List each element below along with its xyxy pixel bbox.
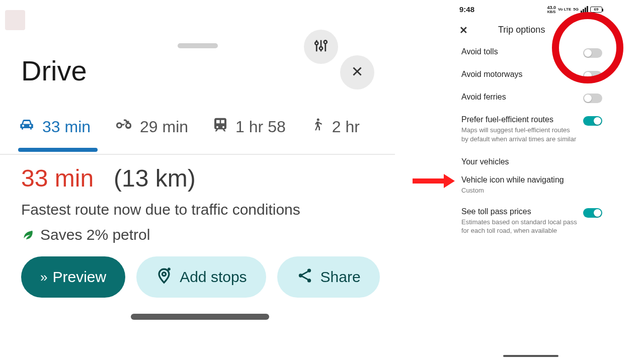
option-label: Avoid ferries: [461, 93, 506, 102]
option-avoid-motorways[interactable]: Avoid motorways: [450, 64, 611, 86]
bottom-handle[interactable]: [131, 314, 269, 320]
chevrons-icon: »: [40, 269, 45, 285]
tab-car[interactable]: 33 min: [18, 116, 91, 138]
option-subtitle: Maps will suggest fuel-efficient routes …: [461, 126, 577, 143]
tab-transit-label: 1 hr 58: [235, 118, 286, 136]
tab-moto-label: 29 min: [140, 118, 188, 136]
toggle-fuel-efficient[interactable]: [583, 116, 602, 126]
tab-walk-label: 2 hr: [332, 118, 360, 136]
share-button[interactable]: Share: [277, 256, 380, 298]
option-label: See toll pass prices: [461, 207, 577, 216]
walk-icon: [310, 117, 325, 136]
close-button[interactable]: ✕: [459, 25, 468, 35]
status-volte: Vo LTE: [558, 8, 571, 12]
trip-options-screen: 9:48 43.0 KB/S Vo LTE 5G 69 ✕ Trip optio…: [450, 0, 611, 362]
home-indicator[interactable]: [503, 355, 558, 357]
car-icon: [18, 116, 35, 137]
svg-point-5: [324, 41, 327, 44]
option-label: Vehicle icon while navigating: [461, 175, 564, 185]
train-icon: [212, 117, 228, 137]
action-row: » Preview Add stops Share: [21, 256, 380, 298]
page-title: Drive: [21, 54, 87, 87]
preview-button[interactable]: » Preview: [21, 256, 125, 298]
option-fuel-efficient[interactable]: Prefer fuel-efficient routes Maps will s…: [450, 109, 611, 149]
toggle-toll-pass[interactable]: [583, 208, 602, 218]
signal-icon: [581, 6, 588, 13]
svg-point-1: [315, 42, 318, 45]
divider: [0, 154, 395, 155]
add-stops-button[interactable]: Add stops: [136, 256, 266, 298]
status-net-unit: KB/S: [547, 10, 556, 14]
status-5g: 5G: [573, 7, 579, 12]
add-stops-label: Add stops: [180, 268, 247, 286]
close-icon: [351, 65, 364, 80]
svg-point-8: [316, 119, 319, 121]
battery-icon: 69: [590, 7, 602, 13]
route-subtitle: Fastest route now due to traffic conditi…: [21, 201, 375, 218]
option-label: Avoid motorways: [461, 70, 523, 79]
section-your-vehicles: Your vehicles: [450, 149, 611, 169]
option-toll-pass-prices[interactable]: See toll pass prices Estimates based on …: [450, 201, 611, 241]
add-pin-icon: [155, 267, 173, 288]
option-avoid-ferries[interactable]: Avoid ferries: [450, 86, 611, 109]
share-label: Share: [320, 268, 361, 286]
option-avoid-tolls[interactable]: Avoid tolls: [450, 41, 611, 64]
toggle-avoid-motorways[interactable]: [583, 71, 602, 80]
tab-walk[interactable]: 2 hr: [310, 116, 360, 138]
route-time: 33 min: [21, 165, 94, 192]
drag-handle[interactable]: [178, 43, 218, 48]
status-net-speed: 43.0: [547, 6, 556, 10]
sliders-icon: [313, 38, 329, 55]
tab-transit[interactable]: 1 hr 58: [212, 116, 286, 138]
route-summary: 33 min (13 km) Fastest route now due to …: [21, 164, 375, 243]
close-icon: ✕: [459, 25, 468, 36]
mode-tabs: 33 min 29 min 1 hr 58 2 hr: [18, 116, 395, 138]
trip-options-header: ✕ Trip options: [450, 14, 611, 41]
option-vehicle-icon[interactable]: Vehicle icon while navigating Custom: [450, 169, 611, 201]
preview-label: Preview: [52, 268, 106, 286]
status-bar: 9:48 43.0 KB/S Vo LTE 5G 69: [450, 0, 611, 14]
trip-options-button[interactable]: [304, 30, 338, 64]
svg-point-3: [319, 47, 323, 50]
close-button[interactable]: [340, 55, 374, 89]
option-label: Prefer fuel-efficient routes: [461, 115, 577, 124]
map-peek: [5, 10, 25, 30]
leaf-icon: [21, 226, 34, 243]
motorcycle-icon: [115, 116, 133, 138]
route-petrol-text: Saves 2% petrol: [40, 226, 150, 243]
tab-motorcycle[interactable]: 29 min: [115, 116, 188, 138]
option-subtitle: Estimates based on standard local pass f…: [461, 218, 577, 235]
tab-underline: [18, 148, 98, 152]
share-icon: [296, 267, 313, 288]
route-sheet: Drive 33: [0, 30, 395, 322]
toggle-avoid-tolls[interactable]: [583, 48, 602, 58]
option-subtitle: Custom: [461, 186, 564, 195]
option-label: Avoid tolls: [461, 47, 498, 56]
trip-options-title: Trip options: [498, 25, 545, 35]
annotation-arrow: [413, 176, 458, 186]
route-distance: (13 km): [114, 165, 196, 192]
status-time: 9:48: [459, 5, 474, 14]
toggle-avoid-ferries[interactable]: [583, 94, 602, 103]
tab-car-label: 33 min: [42, 118, 91, 136]
svg-point-9: [163, 272, 166, 276]
